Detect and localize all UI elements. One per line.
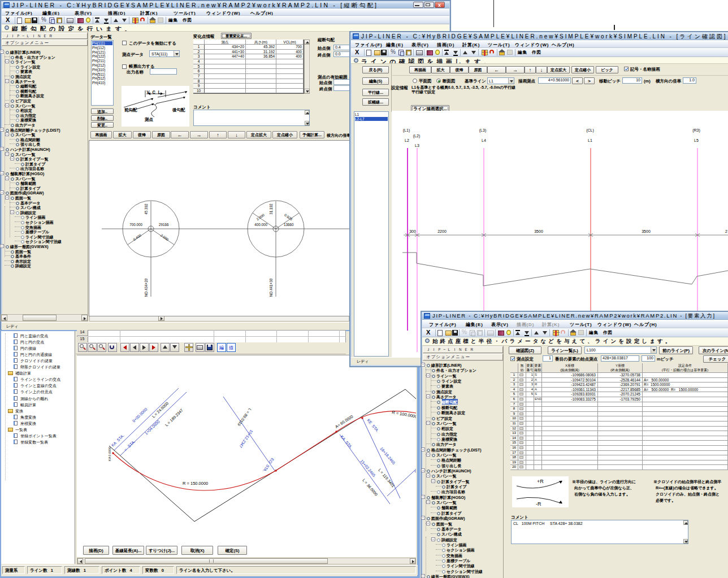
svg-text:0+00.0000: 0+00.0000: [132, 407, 148, 423]
svg-text:＝ STA.: ＝ STA.: [123, 440, 136, 453]
svg-text:18+18.2465: 18+18.2465: [379, 446, 396, 465]
svg-text:NO.434+20: NO.434+20: [144, 278, 148, 297]
svg-text:400.000: 400.000: [254, 223, 267, 227]
svg-text:2200: 2200: [437, 229, 447, 233]
svg-text:L2: L2: [405, 138, 409, 142]
svg-text:L4: L4: [482, 138, 486, 142]
svg-text:10+12.2347: 10+12.2347: [239, 429, 254, 449]
svg-text:R = 150.0000: R = 150.0000: [183, 481, 208, 486]
svg-text:2.000: 2.000: [255, 212, 265, 221]
svg-text:L = 89.0119: L = 89.0119: [237, 407, 252, 427]
svg-text:3500: 3500: [534, 229, 543, 233]
svg-text:45.392: 45.392: [144, 203, 148, 215]
svg-text:L3: L3: [415, 144, 419, 147]
svg-text:(CL): (CL): [586, 128, 594, 133]
svg-text:(L2): (L2): [413, 134, 420, 138]
svg-text:1+04.0000: 1+04.0000: [144, 419, 161, 435]
svg-text:+R: +R: [537, 479, 544, 484]
svg-text:2.000: 2.000: [160, 233, 170, 242]
svg-text:13660: 13660: [284, 223, 294, 227]
svg-text:(L1): (L1): [403, 128, 410, 133]
svg-text:(R3): (R3): [692, 128, 700, 133]
svg-text:L1: L1: [588, 138, 592, 142]
svg-text:NO.441+30: NO.441+30: [269, 278, 273, 297]
svg-text:2: 2: [725, 229, 727, 233]
svg-text:L = 119.3401: L = 119.3401: [378, 468, 395, 488]
svg-text:3500: 3500: [642, 229, 651, 233]
svg-text:15+02.2465: 15+02.2465: [359, 459, 376, 477]
svg-text:29166: 29166: [159, 223, 169, 227]
svg-text:31.192: 31.192: [269, 203, 273, 215]
svg-text:L = 36.0000: L = 36.0000: [362, 478, 378, 497]
svg-text:L5: L5: [694, 138, 699, 142]
svg-text:300: 300: [409, 229, 416, 233]
svg-text:EO STA.: EO STA.: [262, 457, 274, 473]
svg-text:KA STA.: KA STA.: [111, 433, 125, 447]
svg-text:700.000: 700.000: [129, 223, 142, 227]
svg-text:-R: -R: [536, 501, 541, 507]
svg-text:0.400: 0.400: [132, 233, 142, 241]
svg-text:(L3): (L3): [479, 128, 486, 133]
svg-text:L = 24.0000: L = 24.0000: [151, 401, 169, 419]
svg-text:99: 99: [414, 468, 416, 473]
svg-text:L = 189.2347: L = 189.2347: [164, 408, 184, 427]
svg-text:KA 0.0000: KA 0.0000: [108, 447, 111, 461]
svg-text:KA STA.: KA STA.: [340, 434, 353, 449]
